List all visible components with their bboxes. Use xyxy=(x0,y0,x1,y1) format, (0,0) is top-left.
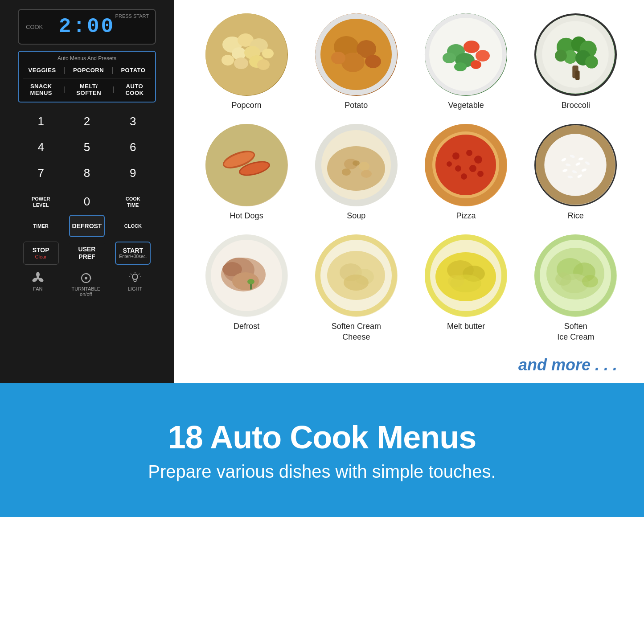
food-label-soften-cream: Soften Cream Cheese xyxy=(332,321,381,342)
food-item-potato[interactable]: Potato xyxy=(306,13,406,119)
divider-3: | xyxy=(63,86,65,94)
key-0[interactable]: 0 xyxy=(69,191,105,213)
food-item-vegetable[interactable]: Vegetable xyxy=(416,13,517,119)
svg-point-48 xyxy=(555,49,567,62)
food-image-melt-butter xyxy=(425,234,507,317)
key-3[interactable]: 3 xyxy=(115,109,151,134)
stop-clear-button[interactable]: STOP Clear xyxy=(23,242,59,265)
display-time: 2:00 xyxy=(59,15,115,38)
preset-auto-cook[interactable]: AUTO COOK xyxy=(123,81,146,98)
svg-point-5 xyxy=(85,277,87,279)
preset-popcorn[interactable]: POPCORN xyxy=(70,65,107,75)
food-label-popcorn: Popcorn xyxy=(232,100,262,111)
food-label-vegetable: Vegetable xyxy=(448,100,484,111)
preset-potato[interactable]: POTATO xyxy=(118,65,148,75)
user-pref-button[interactable]: USERPREF xyxy=(69,242,105,265)
preset-title: Auto Menus And Presets xyxy=(23,55,151,62)
top-section: COOK PRESS START 2:00 Auto Menus And Pre… xyxy=(0,0,644,383)
light-button[interactable]: LIGHT xyxy=(128,272,142,297)
power-level-button[interactable]: POWERLEVEL xyxy=(23,191,59,213)
defrost-button[interactable]: DEFROST xyxy=(69,215,105,237)
svg-point-73 xyxy=(461,173,467,180)
timer-defrost-clock-row: TIMER DEFROST CLOCK xyxy=(18,215,156,237)
food-item-melt-butter[interactable]: Melt butter xyxy=(416,234,517,351)
stop-userpref-start-row: STOP Clear USERPREF START Enter/+30sec. xyxy=(18,242,156,265)
food-item-rice[interactable]: Rice xyxy=(525,124,626,230)
bottom-title: 18 Auto Cook Menus xyxy=(168,419,476,455)
svg-point-37 xyxy=(443,53,456,63)
start-button[interactable]: START Enter/+30sec. xyxy=(115,242,151,265)
svg-point-35 xyxy=(464,41,480,53)
preset-melt-soften[interactable]: MELT/ SOFTEN xyxy=(74,81,104,98)
food-image-pizza xyxy=(425,124,507,206)
key-6[interactable]: 6 xyxy=(115,135,151,160)
svg-point-20 xyxy=(222,55,234,66)
food-item-soften-cream[interactable]: Soften Cream Cheese xyxy=(306,234,406,351)
svg-point-64 xyxy=(353,160,360,166)
keypad-row-1: 1 2 3 xyxy=(18,109,156,134)
food-image-soften-icecream xyxy=(534,234,617,317)
divider-4: | xyxy=(112,86,114,94)
svg-point-38 xyxy=(476,50,490,62)
preset-row-1: VEGGIES | POPCORN | POTATO xyxy=(23,65,151,75)
svg-point-77 xyxy=(545,134,607,196)
food-label-pizza: Pizza xyxy=(456,211,476,221)
food-item-broccoli[interactable]: Broccoli xyxy=(525,13,626,119)
food-image-hotdogs xyxy=(205,124,288,206)
key-4[interactable]: 4 xyxy=(23,135,59,160)
svg-point-39 xyxy=(454,62,467,71)
food-image-potato xyxy=(315,13,398,96)
display-area: COOK PRESS START 2:00 xyxy=(18,9,156,45)
food-grid-section: Popcorn Potato xyxy=(174,0,644,383)
food-label-potato: Potato xyxy=(345,100,368,111)
food-label-broccoli: Broccoli xyxy=(562,100,590,111)
fan-button[interactable]: FAN xyxy=(32,272,44,297)
food-item-defrost[interactable]: Defrost xyxy=(196,234,297,351)
microwave-panel: COOK PRESS START 2:00 Auto Menus And Pre… xyxy=(0,0,174,383)
preset-veggies[interactable]: VEGGIES xyxy=(26,65,59,75)
preset-row-2: SNACK MENUS | MELT/ SOFTEN | AUTO COOK xyxy=(23,78,151,98)
and-more-text: and more . . . xyxy=(196,351,626,374)
food-image-popcorn xyxy=(205,13,288,96)
svg-point-62 xyxy=(342,168,351,176)
cook-time-button[interactable]: COOKTIME xyxy=(115,191,151,213)
food-image-soften-cream xyxy=(315,234,398,317)
svg-point-67 xyxy=(435,135,496,195)
key-7[interactable]: 7 xyxy=(23,160,59,185)
timer-button[interactable]: TIMER xyxy=(23,215,59,237)
svg-rect-51 xyxy=(575,70,580,80)
svg-point-24 xyxy=(257,59,270,70)
svg-point-72 xyxy=(469,165,476,172)
food-label-soften-icecream: Soften Ice Cream xyxy=(557,321,594,342)
svg-point-7 xyxy=(132,274,138,279)
bottom-subtitle: Prepare various dishes with simple touch… xyxy=(148,462,496,482)
svg-point-31 xyxy=(365,55,381,68)
svg-point-61 xyxy=(359,162,369,171)
food-item-hotdogs[interactable]: Hot Dogs xyxy=(196,124,297,230)
function-row: POWERLEVEL 0 COOKTIME xyxy=(18,191,156,213)
key-2[interactable]: 2 xyxy=(69,109,105,134)
turntable-label: TURNTABLEon/off xyxy=(71,286,100,297)
turntable-button[interactable]: TURNTABLEon/off xyxy=(71,272,100,297)
food-item-soup[interactable]: Soup xyxy=(306,124,406,230)
svg-point-29 xyxy=(341,53,365,72)
svg-point-116 xyxy=(555,272,571,286)
key-5[interactable]: 5 xyxy=(69,135,105,160)
food-item-pizza[interactable]: Pizza xyxy=(416,124,517,230)
key-9[interactable]: 9 xyxy=(115,160,151,185)
food-image-vegetable xyxy=(425,13,507,96)
food-label-hotdogs: Hot Dogs xyxy=(230,211,263,221)
clock-button[interactable]: CLOCK xyxy=(115,215,151,237)
preset-snack-menus[interactable]: SNACK MENUS xyxy=(28,81,55,98)
food-item-soften-icecream[interactable]: Soften Ice Cream xyxy=(525,234,626,351)
divider-2: | xyxy=(111,66,113,74)
svg-point-21 xyxy=(234,57,248,69)
svg-point-117 xyxy=(582,275,598,287)
key-1[interactable]: 1 xyxy=(23,109,59,134)
fan-label: FAN xyxy=(33,286,42,291)
key-8[interactable]: 8 xyxy=(69,160,105,185)
svg-point-94 xyxy=(232,272,259,290)
food-item-popcorn[interactable]: Popcorn xyxy=(196,13,297,119)
food-label-rice: Rice xyxy=(568,211,584,221)
keypad-row-2: 4 5 6 xyxy=(18,135,156,160)
